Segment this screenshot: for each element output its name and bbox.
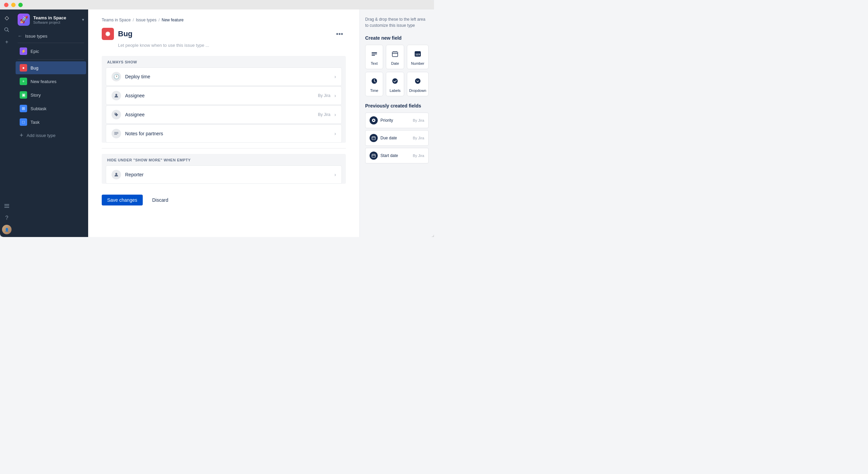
prev-field-due-date[interactable]: Due date By Jira: [365, 130, 429, 146]
prev-field-start-date[interactable]: Start date By Jira: [365, 148, 429, 163]
dropdown-field-icon: [412, 76, 423, 86]
help-icon[interactable]: ?: [1, 213, 12, 223]
svg-rect-11: [394, 51, 394, 53]
field-label: Assignee: [125, 93, 314, 98]
due-date-icon: [370, 134, 378, 142]
field-type-dropdown[interactable]: Dropdown: [407, 72, 429, 96]
sidebar-section-title: Issue types: [25, 34, 47, 39]
main-content: Teams in Space / Issue types / New featu…: [88, 9, 359, 237]
number-field-icon: 123: [412, 48, 423, 59]
back-icon[interactable]: ←: [18, 33, 22, 39]
breadcrumb-issue-types[interactable]: Issue types: [136, 18, 157, 22]
menu-icon[interactable]: [1, 200, 12, 211]
hide-when-empty-section: HIDE UNDER "SHOW MORE" WHEN EMPTY Report…: [102, 154, 346, 184]
field-type-label: Dropdown: [409, 88, 426, 93]
sidebar-section-header[interactable]: ← Issue types: [14, 30, 88, 41]
field-deploy-time[interactable]: 🕐 Deploy time ›: [106, 67, 342, 86]
new-features-icon: +: [20, 78, 27, 85]
field-assignee-2[interactable]: Assignee By Jira ›: [106, 105, 342, 124]
sidebar-item-new-features[interactable]: + New features: [16, 75, 86, 88]
logo-icon[interactable]: ◇: [1, 12, 12, 23]
add-issue-type-label: Add issue type: [27, 133, 56, 138]
chevron-down-icon: ▾: [82, 17, 84, 22]
field-type-label: Time: [370, 88, 378, 93]
prev-field-priority[interactable]: Priority By Jira: [365, 113, 429, 128]
issue-description[interactable]: Let people know when to use this issue t…: [102, 43, 346, 48]
maximize-btn[interactable]: [18, 3, 23, 7]
text-field-icon: [369, 48, 380, 59]
svg-rect-24: [373, 136, 373, 137]
sidebar: 🚀 Teams in Space Software project ▾ ← Is…: [14, 9, 88, 237]
svg-point-20: [415, 78, 420, 84]
always-show-label: ALWAYS SHOW: [102, 56, 346, 67]
field-type-labels[interactable]: Labels: [386, 72, 404, 96]
text-icon: [112, 129, 121, 138]
svg-point-22: [373, 120, 374, 121]
project-type: Software project: [33, 20, 79, 24]
sidebar-item-story[interactable]: ▣ Story: [16, 88, 86, 101]
app-window: ◇ + ? 👤 🚀 Teams in Space So: [0, 0, 434, 237]
save-changes-button[interactable]: Save changes: [102, 195, 143, 205]
field-type-date[interactable]: Date: [386, 45, 404, 69]
field-type-time[interactable]: Time: [365, 72, 383, 96]
section-separator: [102, 148, 346, 149]
user-avatar[interactable]: 👤: [2, 225, 12, 234]
sidebar-item-label: Subtask: [31, 106, 46, 111]
project-avatar: 🚀: [18, 14, 30, 26]
field-label: Reporter: [125, 172, 330, 177]
discard-button[interactable]: Discard: [147, 195, 174, 205]
add-issue-type-button[interactable]: + Add issue type: [16, 129, 86, 142]
svg-rect-9: [372, 55, 375, 56]
minimize-btn[interactable]: [11, 3, 16, 7]
field-types-grid: Text Date: [365, 45, 429, 96]
sidebar-divider-2: [18, 59, 84, 60]
search-icon[interactable]: [1, 24, 12, 35]
svg-rect-27: [372, 154, 375, 157]
sidebar-item-label: Epic: [31, 49, 39, 54]
svg-rect-8: [372, 54, 377, 54]
sidebar-item-label: New features: [31, 79, 57, 84]
task-icon: □: [20, 118, 27, 126]
sidebar-item-label: Bug: [31, 65, 38, 71]
create-icon[interactable]: +: [1, 37, 12, 47]
field-type-number[interactable]: 123 Number: [407, 45, 429, 69]
svg-rect-28: [373, 154, 373, 155]
project-header[interactable]: 🚀 Teams in Space Software project ▾: [14, 9, 88, 30]
actions-bar: Save changes Discard: [102, 188, 346, 208]
breadcrumb-current: New feature: [162, 18, 184, 22]
sidebar-item-bug[interactable]: ● Bug: [16, 61, 86, 74]
field-type-label: Text: [371, 61, 378, 65]
prev-field-label: Start date: [380, 153, 410, 158]
tag-icon: [112, 110, 121, 119]
subtask-icon: ⊞: [20, 105, 27, 112]
prev-field-label: Priority: [380, 118, 410, 123]
by-jira-badge: By Jira: [318, 112, 331, 117]
field-notes[interactable]: Notes for partners ›: [106, 124, 342, 143]
person-icon-2: [112, 170, 121, 179]
svg-rect-7: [372, 52, 377, 53]
sidebar-item-epic[interactable]: ⚡ Epic: [16, 45, 86, 58]
svg-point-19: [392, 78, 398, 84]
sidebar-item-subtask[interactable]: ⊞ Subtask: [16, 102, 86, 115]
prev-field-by-jira: By Jira: [413, 118, 424, 122]
more-options-button[interactable]: •••: [333, 29, 346, 39]
svg-text:123: 123: [415, 53, 420, 56]
field-label: Assignee: [125, 112, 314, 117]
field-reporter[interactable]: Reporter ›: [106, 165, 342, 184]
svg-point-6: [115, 173, 117, 175]
chevron-right-icon: ›: [334, 93, 336, 98]
project-info: Teams in Space Software project: [33, 15, 79, 24]
hide-when-empty-label: HIDE UNDER "SHOW MORE" WHEN EMPTY: [102, 154, 346, 165]
far-nav: ◇ + ? 👤: [0, 9, 14, 237]
breadcrumb-project[interactable]: Teams in Space: [102, 18, 131, 22]
field-type-label: Number: [411, 61, 424, 65]
close-btn[interactable]: [4, 3, 8, 7]
svg-rect-30: [372, 155, 375, 156]
titlebar: [0, 0, 434, 9]
sidebar-item-task[interactable]: □ Task: [16, 116, 86, 129]
field-assignee-1[interactable]: Assignee By Jira ›: [106, 86, 342, 105]
prev-field-by-jira: By Jira: [413, 154, 424, 158]
issue-header: Bug •••: [102, 28, 346, 40]
field-type-text[interactable]: Text: [365, 45, 383, 69]
always-show-section: ALWAYS SHOW 🕐 Deploy time ›: [102, 56, 346, 143]
